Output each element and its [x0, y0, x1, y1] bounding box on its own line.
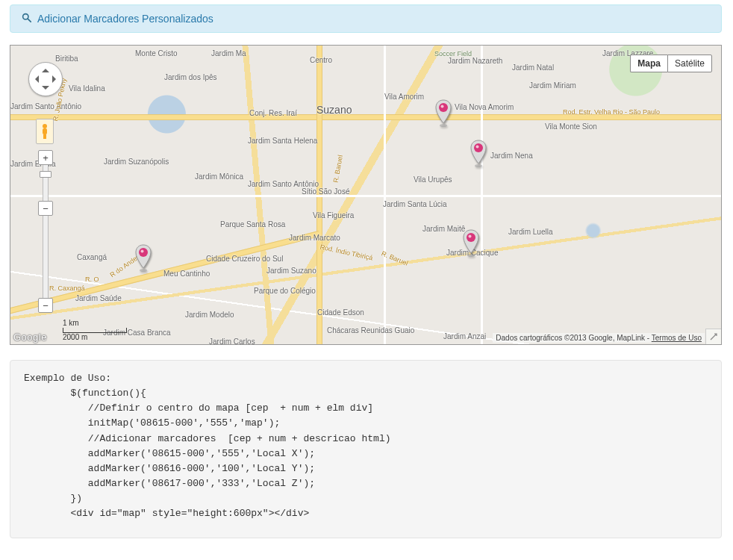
svg-rect-4	[43, 134, 45, 139]
usage-example-code: Exemplo de Uso: $(function(){ //Definir …	[24, 371, 708, 521]
svg-rect-3	[43, 128, 47, 134]
zoom-out-button[interactable]: −	[38, 298, 53, 313]
place-label: Jardim dos Ipês	[164, 73, 217, 81]
place-label: Vila Figueira	[313, 211, 354, 220]
place-label: Jardim Natal	[512, 63, 554, 72]
code-title: Exemplo de Uso:	[24, 373, 111, 384]
place-label: Jardim Saúde	[75, 294, 122, 302]
place-label: Jardim Santo Antônio	[10, 102, 81, 111]
place-label: Sítio São José	[302, 187, 349, 196]
place-label: Jardim Nena	[490, 152, 533, 160]
place-label: Vila Nova Amorim	[455, 103, 514, 111]
svg-point-2	[43, 124, 47, 128]
place-label: Jardim Suzanópolis	[104, 158, 169, 166]
zoom-mid-button[interactable]: −	[38, 201, 53, 216]
place-label: Centro	[310, 56, 332, 64]
map-type-control: Mapa Satélite	[630, 55, 712, 72]
place-label: Monte Cristo	[135, 49, 178, 57]
place-label: Vila Monte Sion	[545, 122, 597, 131]
map-marker[interactable]	[434, 99, 452, 128]
place-label: Jardim Modelo	[185, 311, 234, 319]
place-label: Jardim Mônica	[195, 172, 243, 181]
streetview-pegman[interactable]	[36, 119, 54, 144]
place-label: Vila Urupês	[414, 175, 452, 184]
road-label: Rod. Estr. Velha Rio - São Paulo	[563, 108, 660, 116]
svg-point-11	[440, 124, 447, 127]
city-label: Suzano	[316, 104, 352, 116]
map-marker[interactable]	[134, 244, 152, 273]
place-label: Jardim Suzano	[266, 267, 316, 275]
map-marker[interactable]	[470, 140, 487, 168]
place-label: Vila Idalina	[69, 84, 105, 93]
place-label: Parque Santa Rosa	[220, 220, 285, 228]
zoom-thumb[interactable]	[40, 171, 52, 178]
scale-label-top: 1 km	[63, 320, 127, 327]
place-label: Cidade Edson	[317, 308, 364, 317]
zoom-control: + − −	[39, 150, 52, 313]
place-label: Jardim Ma	[211, 49, 246, 57]
svg-point-9	[439, 103, 448, 112]
svg-point-7	[141, 250, 144, 253]
scale-control: 1 km 2000 m	[63, 320, 127, 341]
place-label: Meu Cantinho	[163, 270, 210, 278]
place-label: Jardim Miriam	[529, 81, 576, 90]
zoom-track[interactable]	[43, 216, 49, 298]
place-label: Jardim Maitê	[422, 225, 465, 233]
place-label: Cidade Cruzeiro do Sul	[206, 255, 283, 263]
place-label: Jardim Marcato	[289, 234, 340, 242]
street	[10, 195, 721, 197]
place-label: Jardim Carlos	[209, 337, 255, 345]
info-alert: Adicionar Marcadores Personalizados	[10, 4, 722, 33]
svg-rect-5	[45, 134, 46, 139]
svg-point-15	[467, 233, 475, 242]
pan-down-button[interactable]	[42, 86, 49, 93]
place-label: Chácaras Reunidas Guaio	[327, 326, 414, 335]
map-marker[interactable]	[462, 229, 480, 258]
scale-label-bottom: 2000 m	[63, 334, 127, 341]
place-label: Parque do Colégio	[254, 287, 316, 295]
map-type-map-button[interactable]: Mapa	[630, 55, 667, 72]
pan-up-button[interactable]	[42, 65, 49, 72]
header-title-link[interactable]: Adicionar Marcadores Personalizados	[37, 13, 213, 25]
scale-bar	[63, 328, 127, 333]
place-label: Jardim Anzai	[443, 332, 486, 340]
place-label: Caxangá	[77, 253, 107, 261]
svg-point-12	[474, 143, 483, 152]
place-label: Conj. Res. Iraí	[249, 109, 297, 117]
svg-point-14	[475, 164, 482, 167]
place-label: Vila Amorim	[384, 93, 424, 101]
svg-point-6	[139, 248, 148, 257]
zoom-track[interactable]	[43, 165, 49, 201]
place-label: Jardim Santa Helena	[248, 137, 317, 145]
poi-label: Soccer Field	[434, 50, 472, 57]
search-icon	[22, 13, 31, 25]
svg-line-1	[28, 19, 31, 22]
map-attribution: Dados cartográficos ©2013 Google, MapLin…	[493, 333, 705, 343]
road-label: R. Caxangá	[49, 284, 85, 292]
svg-point-17	[467, 254, 475, 257]
pan-right-button[interactable]	[52, 75, 60, 83]
place-label: Biritiba	[55, 55, 78, 63]
pan-control	[28, 62, 63, 96]
place-label: Jardim Nazareth	[448, 57, 502, 65]
svg-point-13	[476, 146, 479, 149]
svg-point-10	[441, 105, 444, 108]
terms-link[interactable]: Termos de Uso	[652, 334, 702, 342]
report-problem-button[interactable]	[705, 329, 721, 344]
svg-point-16	[469, 235, 472, 238]
google-logo: Google	[13, 332, 47, 343]
place-label: Jardim Luella	[508, 228, 552, 236]
place-label: Jardim Santa Lúcia	[383, 200, 447, 208]
svg-point-8	[140, 269, 147, 272]
map-canvas[interactable]: Suzano Biritiba Vila Idalina Jardim Sant…	[10, 45, 722, 345]
attribution-text: Dados cartográficos ©2013 Google, MapLin…	[496, 334, 651, 342]
usage-example-panel: Exemplo de Uso: $(function(){ //Definir …	[10, 360, 722, 538]
pan-left-button[interactable]	[31, 75, 39, 83]
zoom-in-button[interactable]: +	[38, 150, 53, 165]
map-type-satellite-button[interactable]: Satélite	[667, 55, 712, 72]
road-label: R. O	[85, 276, 99, 283]
